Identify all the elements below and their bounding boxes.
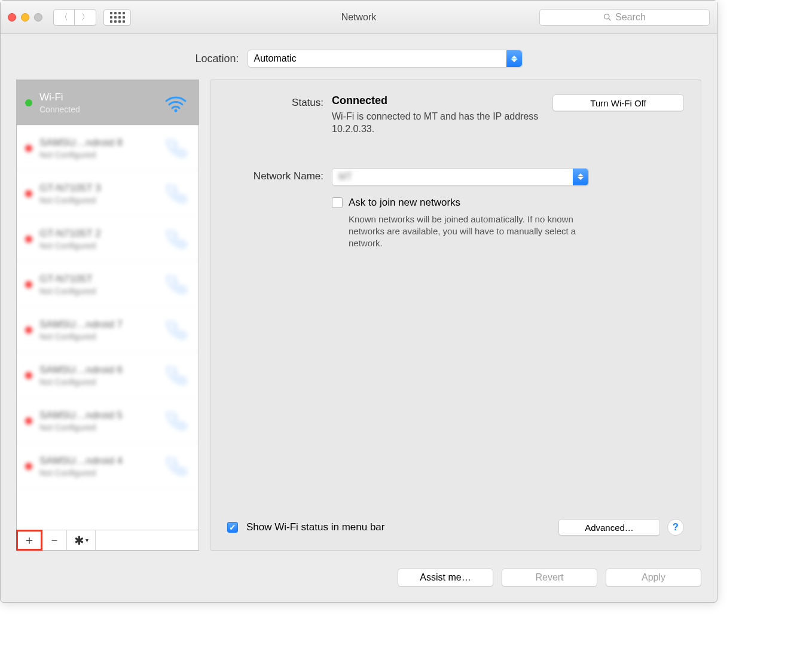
content-area: Wi-Fi Connected SAMSU…ndroid 8 Not Confi… — [1, 80, 717, 563]
phone-icon — [161, 410, 190, 432]
updown-chevron-icon — [506, 50, 522, 67]
service-name: SAMSU…ndroid 6 — [39, 364, 154, 376]
footer: Assist me… Revert Apply — [1, 563, 717, 602]
sidebar-item-service[interactable]: SAMSU…ndroid 8 Not Configured — [17, 126, 199, 171]
minimize-window-button[interactable] — [21, 13, 29, 22]
service-status: Not Configured — [39, 468, 154, 478]
service-name: SAMSU…ndroid 7 — [39, 319, 154, 331]
sidebar-item-service[interactable]: SAMSU…ndroid 4 Not Configured — [17, 444, 199, 489]
sidebar-item-service[interactable]: GT-N7105T Not Configured — [17, 262, 199, 307]
sidebar-actions: ＋ － ✱▾ — [16, 530, 199, 551]
service-status: Not Configured — [39, 196, 154, 205]
zoom-window-button — [34, 13, 42, 22]
ask-join-checkbox[interactable] — [332, 197, 343, 208]
minus-icon: － — [48, 532, 60, 548]
phone-icon — [161, 319, 190, 341]
service-status: Not Configured — [39, 332, 154, 341]
service-name: GT-N7105T — [39, 273, 154, 285]
svg-point-0 — [175, 109, 178, 112]
status-dot-icon — [25, 99, 32, 106]
status-dot-icon — [25, 417, 32, 424]
status-row: Status: Connected Wi-Fi is connected to … — [227, 94, 684, 136]
service-name: GT-N7105T 3 — [39, 182, 154, 194]
sidebar-item-service[interactable]: SAMSU…ndroid 7 Not Configured — [17, 307, 199, 353]
status-dot-icon — [25, 145, 32, 152]
remove-service-button[interactable]: － — [42, 530, 67, 550]
help-button[interactable]: ? — [667, 519, 684, 536]
apply-button[interactable]: Apply — [606, 569, 701, 587]
location-row: Location: Automatic — [1, 34, 717, 80]
location-label: Location: — [195, 53, 239, 65]
service-status: Not Configured — [39, 423, 154, 432]
status-label: Status: — [227, 94, 332, 109]
service-list[interactable]: Wi-Fi Connected SAMSU…ndroid 8 Not Confi… — [16, 80, 199, 530]
gear-icon: ✱ — [74, 533, 84, 548]
service-name: SAMSU…ndroid 8 — [39, 137, 154, 149]
service-name: SAMSU…ndroid 5 — [39, 410, 154, 421]
updown-chevron-icon — [573, 169, 588, 185]
phone-icon — [161, 456, 190, 477]
network-name-dropdown[interactable]: MT — [332, 168, 589, 186]
status-dot-icon — [25, 463, 32, 470]
phone-icon — [161, 138, 190, 159]
status-dot-icon — [25, 281, 32, 288]
search-input[interactable]: Search — [539, 9, 710, 26]
sidebar: Wi-Fi Connected SAMSU…ndroid 8 Not Confi… — [16, 80, 199, 551]
nav-group: 〈 〉 — [53, 9, 96, 26]
network-window: 〈 〉 Network Search Location: Automatic — [0, 0, 717, 603]
bottom-row: ✓ Show Wi-Fi status in menu bar Advanced… — [227, 519, 684, 536]
network-name-row: Network Name: MT — [227, 168, 684, 186]
location-dropdown[interactable]: Automatic — [248, 50, 523, 68]
forward-button[interactable]: 〉 — [75, 9, 96, 26]
chevron-down-icon: ▾ — [86, 537, 88, 543]
wifi-icon — [161, 93, 190, 112]
assist-me-button[interactable]: Assist me… — [398, 569, 493, 587]
location-value: Automatic — [254, 53, 297, 64]
search-placeholder: Search — [615, 12, 646, 23]
service-name: SAMSU…ndroid 4 — [39, 455, 154, 467]
sidebar-item-service[interactable]: GT-N7105T 2 Not Configured — [17, 216, 199, 262]
sidebar-item-wifi[interactable]: Wi-Fi Connected — [17, 80, 199, 126]
close-window-button[interactable] — [8, 13, 16, 22]
search-icon — [603, 13, 612, 22]
toolbar: 〈 〉 Network Search — [1, 1, 717, 34]
ask-join-help: Known networks will be joined automatica… — [349, 213, 588, 250]
ask-join-label: Ask to join new networks — [349, 197, 460, 209]
status-dot-icon — [25, 372, 32, 379]
sidebar-item-service[interactable]: GT-N7105T 3 Not Configured — [17, 171, 199, 216]
show-status-checkbox[interactable]: ✓ — [227, 522, 238, 533]
grid-icon — [110, 12, 125, 23]
service-options-button[interactable]: ✱▾ — [67, 530, 96, 550]
show-status-label: Show Wi-Fi status in menu bar — [246, 521, 384, 533]
service-status: Connected — [39, 105, 154, 114]
status-dot-icon — [25, 236, 32, 243]
add-service-button[interactable]: ＋ — [17, 530, 42, 550]
service-status: Not Configured — [39, 241, 154, 251]
question-icon: ? — [673, 522, 679, 533]
phone-icon — [161, 228, 190, 250]
network-name-label: Network Name: — [227, 168, 332, 182]
sidebar-item-service[interactable]: SAMSU…ndroid 5 Not Configured — [17, 398, 199, 444]
phone-icon — [161, 183, 190, 204]
service-name: GT-N7105T 2 — [39, 228, 154, 240]
phone-icon — [161, 274, 190, 295]
turn-wifi-off-button[interactable]: Turn Wi-Fi Off — [552, 94, 684, 111]
status-dot-icon — [25, 190, 32, 197]
service-status: Not Configured — [39, 377, 154, 387]
revert-button[interactable]: Revert — [502, 569, 597, 587]
chevron-left-icon: 〈 — [60, 12, 68, 23]
traffic-lights — [8, 13, 42, 22]
service-name: Wi-Fi — [39, 91, 154, 103]
plus-icon: ＋ — [23, 532, 35, 548]
phone-icon — [161, 365, 190, 386]
status-dot-icon — [25, 326, 32, 334]
back-button[interactable]: 〈 — [53, 9, 75, 26]
detail-panel: Status: Connected Wi-Fi is connected to … — [210, 80, 701, 551]
service-status: Not Configured — [39, 150, 154, 160]
show-all-button[interactable] — [103, 9, 131, 26]
service-status: Not Configured — [39, 286, 154, 296]
advanced-button[interactable]: Advanced… — [558, 519, 660, 536]
chevron-right-icon: 〉 — [81, 12, 90, 23]
status-description: Wi-Fi is connected to MT and has the IP … — [332, 111, 541, 136]
sidebar-item-service[interactable]: SAMSU…ndroid 6 Not Configured — [17, 353, 199, 398]
